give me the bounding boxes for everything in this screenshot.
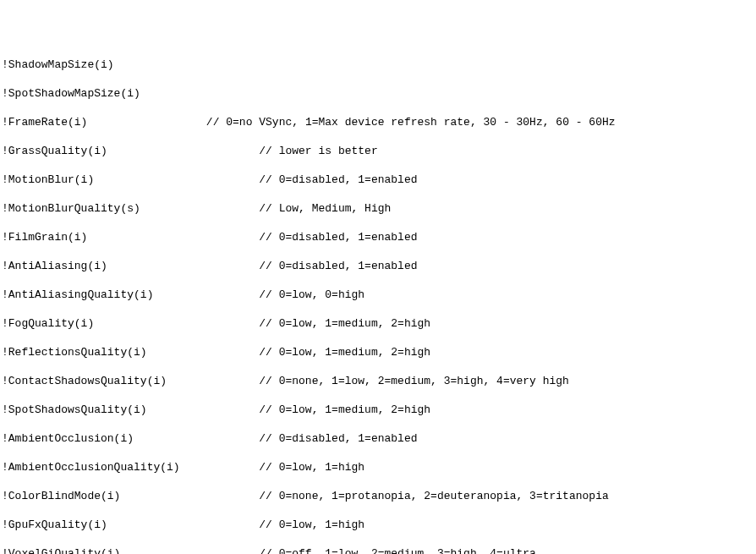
config-param: !FrameRate(i) xyxy=(2,116,87,129)
config-declaration-line[interactable]: !MotionBlur(i) // 0=disabled, 1=enabled xyxy=(2,173,754,187)
config-param: !AmbientOcclusion(i) xyxy=(2,432,134,445)
config-comment: // 0=off, 1=low, 2=medium, 3=high, 4=ult… xyxy=(259,547,536,554)
config-comment: // lower is better xyxy=(259,145,377,157)
config-comment: // 0=low, 1=medium, 2=high xyxy=(259,403,430,416)
config-param: !GrassQuality(i) xyxy=(2,145,107,157)
config-declaration-line[interactable]: !AmbientOcclusionQuality(i) // 0=low, 1=… xyxy=(2,460,754,474)
config-declaration-line[interactable]: !GrassQuality(i) // lower is better xyxy=(2,144,754,158)
config-declaration-line[interactable]: !ShadowMapSize(i) xyxy=(2,58,754,72)
config-declaration-line[interactable]: !ContactShadowsQuality(i) // 0=none, 1=l… xyxy=(2,374,754,388)
config-declaration-line[interactable]: !AntiAliasingQuality(i) // 0=low, 0=high xyxy=(2,288,754,302)
config-param: !AmbientOcclusionQuality(i) xyxy=(2,461,180,474)
config-declaration-line[interactable]: !MotionBlurQuality(s) // Low, Medium, Hi… xyxy=(2,201,754,216)
config-comment: // 0=low, 1=high xyxy=(259,518,364,531)
config-param: !SpotShadowsQuality(i) xyxy=(2,403,147,416)
config-declaration-line[interactable]: !FrameRate(i) // 0=no VSync, 1=Max devic… xyxy=(2,115,754,129)
config-comment: // Low, Medium, High xyxy=(259,202,391,215)
config-declaration-line[interactable]: !GpuFxQuality(i) // 0=low, 1=high xyxy=(2,518,754,532)
text-editor-content[interactable]: !ShadowMapSize(i) !SpotShadowMapSize(i) … xyxy=(0,58,756,554)
config-comment: // 0=disabled, 1=enabled xyxy=(259,231,417,244)
config-declaration-line[interactable]: !FilmGrain(i) // 0=disabled, 1=enabled xyxy=(2,230,754,244)
config-param: !ContactShadowsQuality(i) xyxy=(2,375,167,387)
config-comment: // 0=none, 1=protanopia, 2=deuteranopia,… xyxy=(259,490,608,502)
config-declaration-line[interactable]: !AntiAliasing(i) // 0=disabled, 1=enable… xyxy=(2,259,754,273)
config-param: !AntiAliasingQuality(i) xyxy=(2,288,153,301)
config-param: !VoxelGiQuality(i) xyxy=(2,547,120,554)
config-comment: // 0=low, 0=high xyxy=(259,288,364,301)
config-param: !FogQuality(i) xyxy=(2,317,94,330)
config-comment: // 0=low, 1=high xyxy=(259,461,364,474)
config-declaration-line[interactable]: !SpotShadowMapSize(i) xyxy=(2,86,754,101)
config-param: !MotionBlurQuality(s) xyxy=(2,202,140,215)
config-declaration-line[interactable]: !AmbientOcclusion(i) // 0=disabled, 1=en… xyxy=(2,431,754,446)
config-comment: // 0=low, 1=medium, 2=high xyxy=(259,346,430,359)
config-comment: // 0=disabled, 1=enabled xyxy=(259,173,417,186)
config-declaration-line[interactable]: !VoxelGiQuality(i) // 0=off, 1=low, 2=me… xyxy=(2,546,754,554)
config-param: !ColorBlindMode(i) xyxy=(2,490,120,502)
config-comment: // 0=none, 1=low, 2=medium, 3=high, 4=ve… xyxy=(259,375,569,387)
config-comment: // 0=disabled, 1=enabled xyxy=(259,432,417,445)
config-param: !SpotShadowMapSize(i) xyxy=(2,87,140,100)
config-comment: // 0=low, 1=medium, 2=high xyxy=(259,317,430,330)
config-declaration-line[interactable]: !ReflectionsQuality(i) // 0=low, 1=mediu… xyxy=(2,345,754,359)
config-param: !ReflectionsQuality(i) xyxy=(2,346,147,359)
config-param: !GpuFxQuality(i) xyxy=(2,518,107,531)
config-declaration-line[interactable]: !ColorBlindMode(i) // 0=none, 1=protanop… xyxy=(2,489,754,503)
config-comment: // 0=no VSync, 1=Max device refresh rate… xyxy=(206,116,616,129)
config-comment: // 0=disabled, 1=enabled xyxy=(259,260,417,272)
config-param: !AntiAliasing(i) xyxy=(2,260,107,272)
config-declaration-line[interactable]: !SpotShadowsQuality(i) // 0=low, 1=mediu… xyxy=(2,403,754,417)
config-param: !ShadowMapSize(i) xyxy=(2,58,114,71)
config-param: !FilmGrain(i) xyxy=(2,231,87,244)
config-param: !MotionBlur(i) xyxy=(2,173,94,186)
config-declaration-line[interactable]: !FogQuality(i) // 0=low, 1=medium, 2=hig… xyxy=(2,316,754,331)
